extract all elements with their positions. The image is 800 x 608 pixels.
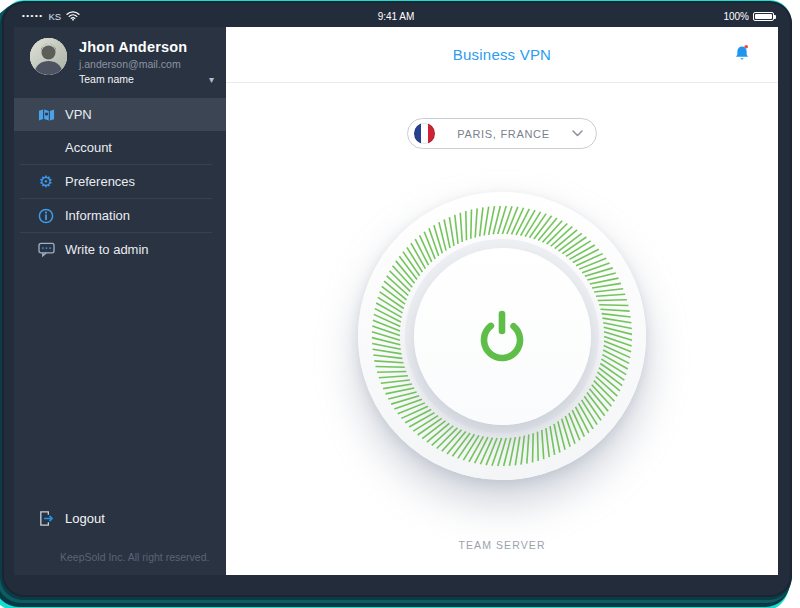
tablet-frame: ••••• KS 9:41 AM 100% (4, 3, 790, 595)
battery-icon (753, 12, 774, 21)
clock: 9:41 AM (14, 11, 778, 22)
gear-icon: ⚙ (36, 174, 56, 190)
status-bar: ••••• KS 9:41 AM 100% (14, 7, 778, 27)
profile-block: Jhon Anderson j.anderson@mail.com Team n… (14, 27, 226, 98)
chat-icon (36, 242, 56, 257)
power-icon (472, 306, 532, 366)
sidebar: Jhon Anderson j.anderson@mail.com Team n… (14, 27, 226, 575)
logout-label: Logout (65, 511, 105, 526)
sidebar-item-label: VPN (65, 107, 92, 122)
logout-icon (36, 510, 56, 527)
sidebar-menu: VPN Account ⚙ Preferences (14, 98, 226, 266)
main-panel: Business VPN PARIS, FRANCE (226, 27, 778, 575)
screen: ••••• KS 9:41 AM 100% (14, 7, 778, 575)
user-email: j.anderson@mail.com (79, 58, 216, 70)
server-label: PARIS, FRANCE (435, 128, 572, 140)
user-name: Jhon Anderson (79, 39, 216, 55)
server-type-label: TEAM SERVER (226, 539, 778, 551)
sidebar-item-information[interactable]: Information (14, 199, 226, 232)
sidebar-item-label: Preferences (65, 174, 135, 189)
app-window: Jhon Anderson j.anderson@mail.com Team n… (14, 27, 778, 575)
logout-button[interactable]: Logout (14, 501, 226, 535)
power-button-track (405, 239, 599, 433)
copyright-text: KeepSold Inc. All right reserved. (60, 551, 226, 563)
map-icon (36, 108, 56, 122)
page-title: Business VPN (453, 46, 551, 63)
france-flag-icon (414, 123, 435, 144)
sidebar-item-label: Information (65, 208, 130, 223)
sidebar-item-vpn[interactable]: VPN (14, 98, 226, 131)
caret-down-icon[interactable]: ▾ (209, 74, 214, 85)
chevron-down-icon (572, 130, 583, 137)
sidebar-item-label: Account (65, 140, 112, 155)
sidebar-item-label: Write to admin (65, 242, 149, 257)
sidebar-item-preferences[interactable]: ⚙ Preferences (14, 165, 226, 198)
profile-text: Jhon Anderson j.anderson@mail.com Team n… (79, 38, 216, 85)
sidebar-item-write-to-admin[interactable]: Write to admin (14, 233, 226, 266)
info-icon (36, 208, 56, 224)
notification-dot (744, 45, 748, 49)
power-button-face[interactable] (414, 248, 591, 425)
avatar (30, 38, 67, 75)
team-name: Team name (79, 73, 134, 85)
server-selector[interactable]: PARIS, FRANCE (407, 118, 597, 149)
connect-power-button[interactable] (358, 192, 646, 480)
sidebar-item-account[interactable]: Account (14, 131, 226, 164)
team-selector[interactable]: Team name ▾ (79, 73, 216, 85)
main-body: PARIS, FRANCE (226, 83, 778, 575)
notifications-button[interactable] (732, 43, 752, 68)
main-header: Business VPN (226, 27, 778, 83)
